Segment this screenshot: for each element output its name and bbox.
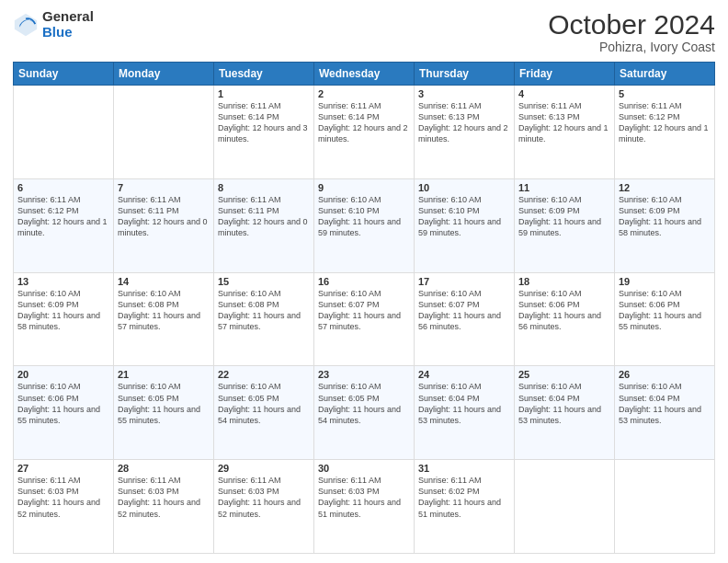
day-number: 17 [418, 276, 510, 287]
calendar-cell [615, 460, 715, 554]
day-number: 12 [619, 182, 711, 193]
day-number: 7 [118, 182, 210, 193]
calendar-cell: 2Sunrise: 6:11 AMSunset: 6:14 PMDaylight… [314, 86, 415, 179]
day-info: Sunrise: 6:10 AMSunset: 6:09 PMDaylight:… [619, 194, 711, 239]
day-number: 11 [518, 182, 610, 193]
day-info: Sunrise: 6:10 AMSunset: 6:08 PMDaylight:… [218, 288, 310, 333]
day-info: Sunrise: 6:10 AMSunset: 6:04 PMDaylight:… [518, 381, 610, 426]
logo-general-text: General [42, 9, 94, 25]
day-number: 29 [218, 463, 310, 474]
calendar-week-4: 20Sunrise: 6:10 AMSunset: 6:06 PMDayligh… [14, 366, 715, 460]
day-number: 26 [619, 369, 711, 380]
day-number: 4 [518, 88, 610, 99]
logo-text: General Blue [42, 9, 94, 40]
calendar-cell: 23Sunrise: 6:10 AMSunset: 6:05 PMDayligh… [314, 366, 415, 460]
calendar-cell: 3Sunrise: 6:11 AMSunset: 6:13 PMDaylight… [415, 86, 515, 179]
logo-icon [13, 12, 39, 38]
day-number: 5 [619, 88, 711, 99]
calendar-cell: 27Sunrise: 6:11 AMSunset: 6:03 PMDayligh… [14, 460, 114, 554]
header: General Blue October 2024 Pohizra, Ivory… [13, 9, 715, 54]
day-info: Sunrise: 6:11 AMSunset: 6:13 PMDaylight:… [418, 100, 510, 145]
weekday-header-monday: Monday [114, 63, 214, 86]
day-number: 23 [318, 369, 410, 380]
day-info: Sunrise: 6:11 AMSunset: 6:11 PMDaylight:… [118, 194, 210, 239]
weekday-header-wednesday: Wednesday [314, 63, 415, 86]
day-number: 15 [218, 276, 310, 287]
day-info: Sunrise: 6:10 AMSunset: 6:09 PMDaylight:… [518, 194, 610, 239]
day-info: Sunrise: 6:11 AMSunset: 6:11 PMDaylight:… [218, 194, 310, 239]
day-number: 18 [518, 276, 610, 287]
day-info: Sunrise: 6:10 AMSunset: 6:04 PMDaylight:… [619, 381, 711, 426]
day-number: 30 [318, 463, 410, 474]
weekday-header-tuesday: Tuesday [214, 63, 314, 86]
day-number: 19 [619, 276, 711, 287]
calendar-cell: 4Sunrise: 6:11 AMSunset: 6:13 PMDaylight… [515, 86, 615, 179]
logo: General Blue [13, 9, 94, 40]
svg-marker-0 [15, 13, 37, 35]
calendar-cell: 14Sunrise: 6:10 AMSunset: 6:08 PMDayligh… [114, 272, 214, 366]
day-info: Sunrise: 6:11 AMSunset: 6:03 PMDaylight:… [318, 475, 410, 520]
weekday-header-saturday: Saturday [615, 63, 715, 86]
calendar-cell: 24Sunrise: 6:10 AMSunset: 6:04 PMDayligh… [415, 366, 515, 460]
calendar-cell: 12Sunrise: 6:10 AMSunset: 6:09 PMDayligh… [615, 178, 715, 272]
calendar-cell: 31Sunrise: 6:11 AMSunset: 6:02 PMDayligh… [415, 460, 515, 554]
calendar-cell: 7Sunrise: 6:11 AMSunset: 6:11 PMDaylight… [114, 178, 214, 272]
calendar-week-5: 27Sunrise: 6:11 AMSunset: 6:03 PMDayligh… [14, 460, 715, 554]
calendar-week-3: 13Sunrise: 6:10 AMSunset: 6:09 PMDayligh… [14, 272, 715, 366]
day-number: 10 [418, 182, 510, 193]
day-number: 8 [218, 182, 310, 193]
calendar-cell: 10Sunrise: 6:10 AMSunset: 6:10 PMDayligh… [415, 178, 515, 272]
day-number: 1 [218, 88, 310, 99]
day-info: Sunrise: 6:11 AMSunset: 6:03 PMDaylight:… [118, 475, 210, 520]
day-info: Sunrise: 6:11 AMSunset: 6:14 PMDaylight:… [318, 100, 410, 145]
day-number: 20 [17, 369, 109, 380]
calendar-cell [114, 86, 214, 179]
day-number: 3 [418, 88, 510, 99]
day-number: 22 [218, 369, 310, 380]
calendar-cell: 5Sunrise: 6:11 AMSunset: 6:12 PMDaylight… [615, 86, 715, 179]
day-number: 14 [118, 276, 210, 287]
day-info: Sunrise: 6:10 AMSunset: 6:05 PMDaylight:… [118, 381, 210, 426]
day-info: Sunrise: 6:11 AMSunset: 6:13 PMDaylight:… [518, 100, 610, 145]
calendar-cell: 30Sunrise: 6:11 AMSunset: 6:03 PMDayligh… [314, 460, 415, 554]
calendar-cell: 11Sunrise: 6:10 AMSunset: 6:09 PMDayligh… [515, 178, 615, 272]
calendar-cell: 20Sunrise: 6:10 AMSunset: 6:06 PMDayligh… [14, 366, 114, 460]
day-info: Sunrise: 6:10 AMSunset: 6:07 PMDaylight:… [318, 288, 410, 333]
calendar-cell: 17Sunrise: 6:10 AMSunset: 6:07 PMDayligh… [415, 272, 515, 366]
day-info: Sunrise: 6:10 AMSunset: 6:07 PMDaylight:… [418, 288, 510, 333]
calendar-cell: 19Sunrise: 6:10 AMSunset: 6:06 PMDayligh… [615, 272, 715, 366]
day-number: 31 [418, 463, 510, 474]
day-number: 16 [318, 276, 410, 287]
calendar-cell [14, 86, 114, 179]
calendar-cell [515, 460, 615, 554]
day-info: Sunrise: 6:10 AMSunset: 6:09 PMDaylight:… [17, 288, 109, 333]
page: General Blue October 2024 Pohizra, Ivory… [0, 0, 728, 563]
calendar-cell: 13Sunrise: 6:10 AMSunset: 6:09 PMDayligh… [14, 272, 114, 366]
calendar-cell: 18Sunrise: 6:10 AMSunset: 6:06 PMDayligh… [515, 272, 615, 366]
day-info: Sunrise: 6:11 AMSunset: 6:03 PMDaylight:… [218, 475, 310, 520]
calendar-week-1: 1Sunrise: 6:11 AMSunset: 6:14 PMDaylight… [14, 86, 715, 179]
calendar-table: SundayMondayTuesdayWednesdayThursdayFrid… [13, 62, 715, 554]
calendar-header-row: SundayMondayTuesdayWednesdayThursdayFrid… [14, 63, 715, 86]
calendar-cell: 15Sunrise: 6:10 AMSunset: 6:08 PMDayligh… [214, 272, 314, 366]
day-info: Sunrise: 6:10 AMSunset: 6:06 PMDaylight:… [17, 381, 109, 426]
weekday-header-friday: Friday [515, 63, 615, 86]
calendar-cell: 8Sunrise: 6:11 AMSunset: 6:11 PMDaylight… [214, 178, 314, 272]
subtitle: Pohizra, Ivory Coast [548, 40, 715, 54]
calendar-cell: 26Sunrise: 6:10 AMSunset: 6:04 PMDayligh… [615, 366, 715, 460]
day-info: Sunrise: 6:10 AMSunset: 6:05 PMDaylight:… [218, 381, 310, 426]
day-info: Sunrise: 6:11 AMSunset: 6:12 PMDaylight:… [619, 100, 711, 145]
main-title: October 2024 [548, 9, 715, 40]
calendar-cell: 22Sunrise: 6:10 AMSunset: 6:05 PMDayligh… [214, 366, 314, 460]
day-info: Sunrise: 6:10 AMSunset: 6:10 PMDaylight:… [318, 194, 410, 239]
calendar-cell: 16Sunrise: 6:10 AMSunset: 6:07 PMDayligh… [314, 272, 415, 366]
day-number: 9 [318, 182, 410, 193]
day-info: Sunrise: 6:11 AMSunset: 6:12 PMDaylight:… [17, 194, 109, 239]
calendar-cell: 9Sunrise: 6:10 AMSunset: 6:10 PMDaylight… [314, 178, 415, 272]
day-info: Sunrise: 6:11 AMSunset: 6:14 PMDaylight:… [218, 100, 310, 145]
day-number: 27 [17, 463, 109, 474]
day-number: 13 [17, 276, 109, 287]
day-number: 6 [17, 182, 109, 193]
day-number: 24 [418, 369, 510, 380]
day-number: 21 [118, 369, 210, 380]
